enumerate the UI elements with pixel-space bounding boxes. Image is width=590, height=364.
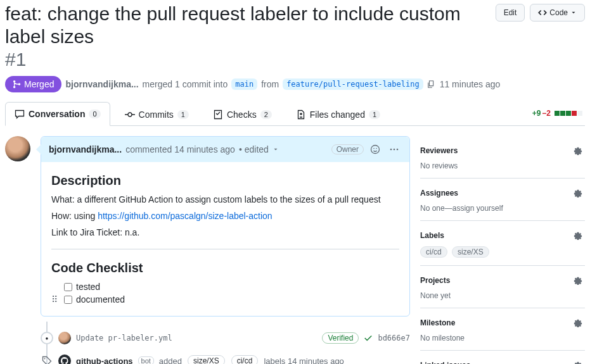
- checklist-item: ⠿ tested: [51, 280, 399, 293]
- pr-meta: Merged bjornvandijkma... merged 1 commit…: [5, 76, 585, 92]
- gear-icon[interactable]: [571, 186, 585, 200]
- labels-heading: Labels: [420, 231, 444, 240]
- commit-sha[interactable]: bd666e7: [378, 334, 410, 342]
- assign-yourself-link[interactable]: assign yourself: [452, 204, 503, 213]
- tab-files[interactable]: Files changed 1: [286, 103, 390, 126]
- pr-title: feat: change the pull request labeler to…: [5, 3, 491, 71]
- commit-message[interactable]: Update pr-labeler.yml: [76, 334, 317, 342]
- description-what: What: a different GitHub Action to assig…: [51, 194, 399, 204]
- reviewers-body: No reviews: [420, 161, 585, 170]
- gear-icon[interactable]: [571, 229, 585, 242]
- svg-point-4: [390, 149, 392, 151]
- comment-author[interactable]: bjornvandijkma...: [49, 144, 122, 154]
- checkbox-documented[interactable]: [64, 296, 72, 304]
- checklist-icon: [213, 110, 223, 120]
- projects-heading: Projects: [420, 276, 450, 285]
- caret-down-icon: [570, 9, 577, 16]
- svg-point-1: [371, 146, 380, 154]
- diffstat: +9 −2: [532, 109, 585, 118]
- bot-badge: bot: [138, 356, 154, 364]
- state-badge: Merged: [5, 76, 61, 92]
- tab-commits[interactable]: Commits 1: [115, 103, 198, 126]
- gear-icon[interactable]: [571, 316, 585, 330]
- commit-event: ● Update pr-labeler.yml Verified bd666e7: [41, 327, 410, 349]
- actor-link[interactable]: github-actions: [76, 356, 133, 365]
- commit-icon: [125, 110, 135, 120]
- caret-down-icon[interactable]: [273, 146, 279, 153]
- description-jira: Link to Jira Ticket: n.a.: [51, 227, 399, 237]
- github-actions-avatar[interactable]: [58, 355, 71, 364]
- label-chip[interactable]: size/XS: [452, 246, 489, 258]
- owner-badge: Owner: [331, 144, 364, 154]
- avatar[interactable]: [5, 136, 30, 161]
- projects-body: None yet: [420, 291, 585, 300]
- head-branch[interactable]: feature/pull-request-labeling: [283, 78, 423, 90]
- assignees-body: No one—assign yourself: [420, 204, 585, 213]
- divider: [51, 249, 399, 249]
- avatar[interactable]: [58, 332, 71, 344]
- tab-checks[interactable]: Checks 2: [203, 103, 281, 126]
- svg-point-0: [128, 113, 132, 116]
- base-branch[interactable]: main: [231, 78, 257, 90]
- pr-description-comment: bjornvandijkma... commented 14 minutes a…: [41, 136, 410, 317]
- description-how: How: using https://github.com/pascalgn/s…: [51, 211, 399, 221]
- code-button[interactable]: Code: [530, 4, 585, 22]
- tab-conversation[interactable]: Conversation 0: [5, 102, 110, 126]
- assignees-heading: Assignees: [420, 189, 458, 198]
- copy-icon[interactable]: [427, 80, 436, 89]
- author-link[interactable]: bjornvandijkma...: [65, 79, 138, 89]
- checklist-heading: Code Checklist: [51, 261, 399, 275]
- emoji-reaction-button[interactable]: [368, 142, 383, 157]
- verified-badge[interactable]: Verified: [322, 332, 359, 344]
- tabs: Conversation 0 Commits 1 Checks 2 Files …: [5, 101, 585, 126]
- milestone-body: No milestone: [420, 334, 585, 342]
- code-icon: [538, 8, 547, 17]
- label-chip[interactable]: ci/cd: [231, 355, 259, 364]
- gear-icon[interactable]: [571, 358, 585, 364]
- svg-point-6: [397, 149, 399, 151]
- checkbox-tested[interactable]: [64, 283, 72, 291]
- file-diff-icon: [296, 110, 306, 120]
- checklist-item: ⠿ documented: [51, 293, 399, 306]
- svg-point-3: [376, 148, 377, 149]
- edit-button[interactable]: Edit: [496, 4, 525, 22]
- svg-point-5: [394, 149, 395, 151]
- pr-number: #1: [5, 48, 491, 71]
- label-event: github-actions bot added size/XS ci/cd l…: [41, 349, 410, 364]
- milestone-heading: Milestone: [420, 318, 455, 327]
- comment-time: commented 14 minutes ago: [125, 144, 235, 154]
- svg-point-7: [44, 358, 46, 360]
- gear-icon[interactable]: [571, 144, 585, 158]
- size-label-link[interactable]: https://github.com/pascalgn/size-label-a…: [98, 211, 272, 221]
- check-icon: [364, 334, 373, 342]
- svg-point-2: [373, 148, 375, 149]
- labels-body: ci/cd size/XS: [420, 246, 585, 258]
- drag-handle-icon[interactable]: ⠿: [51, 294, 60, 304]
- commit-marker-icon: ●: [41, 332, 53, 344]
- kebab-menu-button[interactable]: [387, 142, 402, 157]
- gear-icon[interactable]: [571, 273, 585, 287]
- description-heading: Description: [51, 173, 399, 188]
- merged-time: 11 minutes ago: [440, 79, 501, 89]
- comment-icon: [15, 109, 25, 119]
- reviewers-heading: Reviewers: [420, 146, 458, 155]
- linked-issues-heading: Linked issues: [420, 361, 470, 364]
- label-chip[interactable]: size/XS: [188, 355, 225, 364]
- tag-icon: [41, 355, 53, 364]
- label-chip[interactable]: ci/cd: [420, 246, 447, 258]
- merge-icon: [13, 80, 22, 89]
